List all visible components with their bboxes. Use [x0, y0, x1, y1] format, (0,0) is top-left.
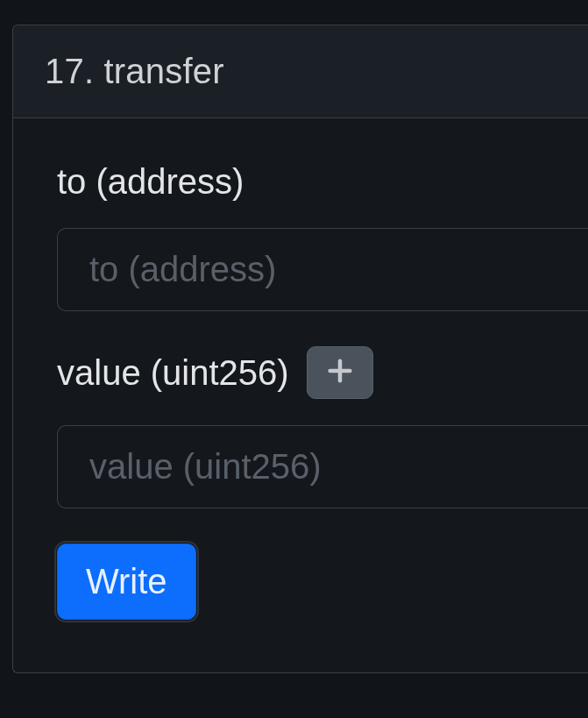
- plus-icon: [325, 356, 355, 389]
- function-body: to (address) value (uint256) Write: [13, 118, 588, 672]
- field-group-value: value (uint256): [57, 346, 588, 508]
- field-label-value: value (uint256): [57, 353, 289, 393]
- function-header[interactable]: 17. transfer: [13, 25, 588, 118]
- function-panel: 17. transfer to (address) value (uint256…: [12, 25, 588, 673]
- field-label-to: to (address): [57, 162, 244, 202]
- write-button[interactable]: Write: [57, 544, 196, 620]
- input-value-uint256[interactable]: [57, 425, 588, 508]
- field-group-to: to (address): [57, 162, 588, 311]
- input-to-address[interactable]: [57, 228, 588, 311]
- add-value-button[interactable]: [307, 346, 373, 399]
- function-title: 17. transfer: [45, 52, 556, 91]
